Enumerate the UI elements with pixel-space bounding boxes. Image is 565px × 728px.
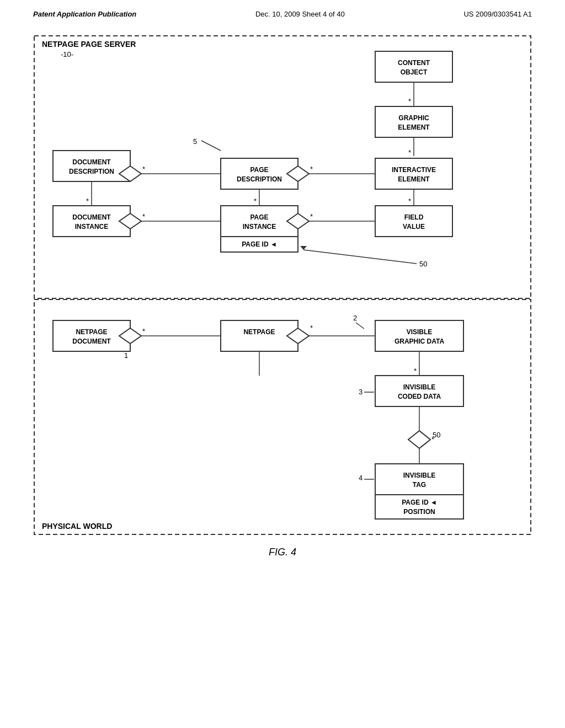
page-id-pos-label1: PAGE ID ◄ bbox=[402, 499, 437, 506]
label-four: 4 bbox=[359, 474, 363, 482]
svg-rect-35 bbox=[375, 464, 463, 495]
svg-rect-10 bbox=[375, 158, 452, 189]
svg-rect-1 bbox=[375, 51, 452, 82]
graphic-element-label1: GRAPHIC bbox=[398, 114, 429, 122]
graphic-element-label2: ELEMENT bbox=[398, 124, 430, 131]
doc-inst-label1: DOCUMENT bbox=[72, 213, 111, 221]
n-star1: * bbox=[310, 324, 313, 332]
visible-graphic-label1: VISIBLE bbox=[407, 328, 433, 336]
visible-graphic-label2: GRAPHIC DATA bbox=[395, 338, 445, 345]
doc-desc-label2: DESCRIPTION bbox=[69, 168, 114, 175]
content-object-label2: OBJECT bbox=[401, 68, 428, 76]
dd-down-star: * bbox=[86, 197, 89, 205]
bottom-section-svg: PHYSICAL WORLD NETPAGE DOCUMENT * 1 NETP… bbox=[33, 298, 532, 536]
coded-data-diamond bbox=[408, 431, 430, 448]
top-section-title: NETPAGE PAGE SERVER bbox=[42, 40, 136, 49]
doc-desc-label1: DOCUMENT bbox=[72, 158, 111, 166]
netpage-doc-label2: DOCUMENT bbox=[72, 338, 111, 345]
top-section-id: -10- bbox=[61, 50, 73, 58]
pd-down-star: * bbox=[254, 197, 257, 205]
page-id-top-label: PAGE ID ◄ bbox=[242, 240, 277, 248]
svg-line-5 bbox=[201, 141, 221, 151]
pi-star: * bbox=[310, 212, 313, 221]
bottom-section-title: PHYSICAL WORLD bbox=[42, 522, 112, 531]
label-fifty-top: 50 bbox=[419, 260, 427, 268]
page-desc-label2: DESCRIPTION bbox=[237, 175, 282, 183]
svg-rect-6 bbox=[53, 151, 130, 181]
page-header: Patent Application Publication Dec. 10, … bbox=[0, 0, 565, 24]
doc-inst-label2: INSTANCE bbox=[75, 223, 108, 231]
di-star: * bbox=[142, 212, 145, 221]
co-to-ge-star: * bbox=[408, 97, 411, 105]
invisible-tag-label2: TAG bbox=[413, 481, 426, 489]
page-id-pos-label2: POSITION bbox=[403, 508, 435, 516]
header-patent-number: US 2009/0303541 A1 bbox=[463, 10, 532, 18]
svg-line-20 bbox=[303, 250, 417, 264]
nd-star: * bbox=[142, 327, 145, 335]
svg-marker-21 bbox=[300, 246, 307, 250]
page-inst-label2: INSTANCE bbox=[243, 223, 276, 231]
page-inst-label1: PAGE bbox=[250, 213, 268, 221]
header-publication-label: Patent Application Publication bbox=[33, 10, 136, 18]
label-three: 3 bbox=[359, 388, 363, 396]
page-desc-label1: PAGE bbox=[250, 166, 268, 174]
header-date-sheet: Dec. 10, 2009 Sheet 4 of 40 bbox=[255, 10, 345, 18]
ge-to-ie-star: * bbox=[408, 148, 411, 157]
interactive-elem-label1: INTERACTIVE bbox=[392, 166, 436, 174]
ie-down-star: * bbox=[408, 197, 411, 205]
field-value-label1: FIELD bbox=[404, 213, 424, 221]
label-fifty-bottom: 50 bbox=[433, 431, 440, 439]
svg-rect-31 bbox=[375, 376, 463, 406]
svg-rect-3 bbox=[375, 106, 452, 137]
pd-star: * bbox=[310, 165, 313, 173]
netpage-doc-label1: NETPAGE bbox=[76, 328, 107, 336]
vgd-star: * bbox=[414, 367, 417, 375]
top-section-svg: NETPAGE PAGE SERVER -10- CONTENT OBJECT … bbox=[33, 35, 532, 299]
dd-star: * bbox=[142, 165, 145, 173]
label-five: 5 bbox=[193, 137, 197, 146]
diagram-area: NETPAGE PAGE SERVER -10- CONTENT OBJECT … bbox=[33, 35, 532, 536]
invisible-coded-label2: CODED DATA bbox=[398, 393, 441, 400]
invisible-coded-label1: INVISIBLE bbox=[403, 383, 436, 391]
svg-rect-28 bbox=[375, 320, 463, 351]
svg-rect-19 bbox=[375, 206, 452, 237]
label-two: 2 bbox=[353, 314, 357, 322]
interactive-elem-label2: ELEMENT bbox=[398, 175, 430, 183]
netpage-label: NETPAGE bbox=[243, 328, 275, 336]
figure-caption: FIG. 4 bbox=[0, 547, 565, 558]
svg-line-27 bbox=[356, 323, 364, 329]
invisible-tag-label1: INVISIBLE bbox=[403, 472, 436, 479]
label-one: 1 bbox=[124, 351, 128, 360]
content-object-label: CONTENT bbox=[398, 59, 430, 67]
field-value-label2: VALUE bbox=[403, 223, 425, 231]
